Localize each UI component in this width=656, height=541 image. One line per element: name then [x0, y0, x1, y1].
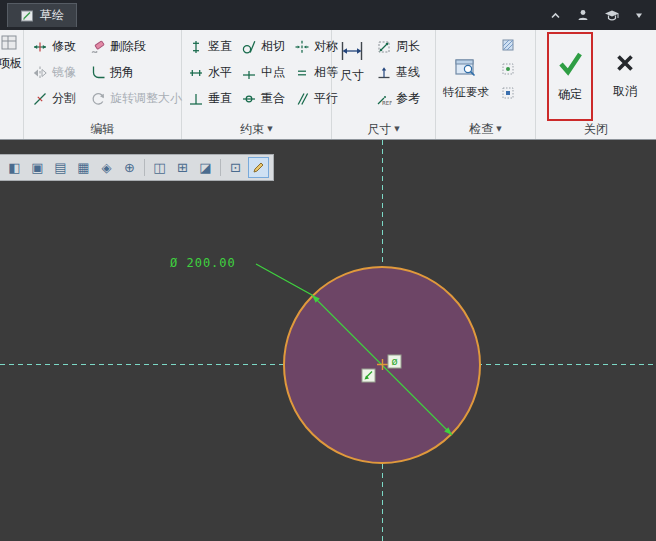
ok-label: 确定	[558, 86, 582, 103]
rotate-resize-label: 旋转调整大小	[110, 90, 182, 107]
toolbar-separator	[220, 159, 221, 176]
tangent-constraint-button[interactable]: 相切	[239, 37, 287, 56]
chevron-down-icon: ▼	[496, 126, 501, 133]
perpendicular-constraint-icon	[188, 91, 204, 107]
ribbon-group-close: 确定 取消 关闭	[536, 30, 656, 139]
horizontal-constraint-icon	[188, 65, 204, 81]
dimension-icon	[339, 38, 365, 64]
vertical-constraint-button[interactable]: 竖直	[186, 37, 234, 56]
ribbon-group-dimension: 尺寸 周长 基线 REF 参考	[332, 30, 436, 139]
annotation-display-icon[interactable]: ◈	[96, 157, 117, 178]
perpendicular-constraint-button[interactable]: 垂直	[186, 89, 234, 108]
group-label-clipped	[1, 119, 19, 139]
spin-center-icon[interactable]: ⊕	[119, 157, 140, 178]
saved-views-icon[interactable]: ▣	[27, 157, 48, 178]
corner-label: 拐角	[110, 64, 134, 81]
group-label-edit: 编辑	[28, 119, 177, 139]
ok-button[interactable]: 确定	[552, 37, 588, 113]
rotate-resize-icon	[90, 91, 106, 107]
rotate-resize-button[interactable]: 旋转调整大小	[88, 89, 184, 108]
graphics-toolbar: ◧ ▣ ▤ ▦ ◈ ⊕ ◫ ⊞ ◪ ⊡	[0, 154, 274, 181]
sketch-tab-icon	[20, 9, 34, 23]
parallel-constraint-icon	[294, 91, 310, 107]
feature-requirements-icon	[453, 55, 479, 81]
transparency-icon[interactable]: ◪	[195, 157, 216, 178]
x-icon	[613, 51, 637, 75]
perimeter-button[interactable]: 周长	[374, 37, 422, 56]
modify-label: 修改	[52, 38, 76, 55]
titlebar-icons	[549, 8, 644, 22]
divide-icon	[32, 91, 48, 107]
user-icon[interactable]	[576, 8, 590, 22]
ribbon: 项板 修改 删除段 镜像	[0, 30, 656, 140]
palette-label: 项板	[0, 55, 22, 72]
tab-sketch-label: 草绘	[40, 7, 64, 24]
delete-segment-label: 删除段	[110, 38, 146, 55]
ribbon-group-constraints: 竖直 相切 对称 水平 中点	[182, 30, 332, 139]
sketch-circle[interactable]	[283, 266, 481, 464]
eraser-icon	[90, 39, 106, 55]
highlight-open-ends-icon[interactable]	[500, 61, 516, 80]
vertical-constraint-icon	[188, 39, 204, 55]
mirror-button[interactable]: 镜像	[30, 63, 78, 82]
sketch-canvas[interactable]: ø Ø 200.00 ◧ ▣ ▤ ▦ ◈ ⊕ ◫ ⊞ ◪ ⊡	[0, 140, 656, 541]
more-dropdown-icon[interactable]	[634, 10, 644, 20]
datum-filter-icon[interactable]: ◧	[4, 157, 25, 178]
check-icon	[555, 48, 585, 78]
learning-cap-icon[interactable]	[604, 9, 620, 22]
shade-closed-loops-icon[interactable]	[500, 37, 516, 56]
cancel-label: 取消	[613, 83, 637, 100]
layers-icon[interactable]: ▤	[50, 157, 71, 178]
baseline-button[interactable]: 基线	[374, 63, 422, 82]
chevron-down-icon: ▼	[394, 126, 399, 133]
svg-text:REF: REF	[382, 100, 392, 106]
app-window: 草绘 项板	[0, 0, 656, 541]
minimize-ribbon-icon[interactable]	[549, 9, 562, 22]
palette-button-clipped[interactable]: 项板	[1, 34, 19, 119]
datum-display-icon[interactable]: ⊡	[225, 157, 246, 178]
view-images-icon[interactable]: ▦	[73, 157, 94, 178]
overlapping-geometry-icon[interactable]	[500, 85, 516, 104]
corner-button[interactable]: 拐角	[88, 63, 184, 82]
palette-icon	[1, 34, 19, 52]
equal-constraint-icon	[294, 65, 310, 81]
tangent-constraint-icon	[241, 39, 257, 55]
tab-bar: 草绘	[0, 0, 656, 30]
ribbon-group-edit: 修改 删除段 镜像 拐角 分割	[24, 30, 182, 139]
coincident-constraint-button[interactable]: 重合	[239, 89, 287, 108]
display-style-icon[interactable]: ◫	[149, 157, 170, 178]
midpoint-constraint-button[interactable]: 中点	[239, 63, 287, 82]
group-label-inspect[interactable]: 检查 ▼	[440, 119, 531, 139]
modify-icon	[32, 39, 48, 55]
modify-button[interactable]: 修改	[30, 37, 78, 56]
cancel-button[interactable]: 取消	[610, 37, 640, 113]
diameter-dimension-value[interactable]: Ø 200.00	[170, 256, 236, 270]
midpoint-constraint-icon	[241, 65, 257, 81]
mirror-label: 镜像	[52, 64, 76, 81]
ribbon-group-inspect: 特征要求 检查 ▼	[436, 30, 536, 139]
baseline-icon	[376, 65, 392, 81]
delete-segment-button[interactable]: 删除段	[88, 37, 184, 56]
group-label-close: 关闭	[540, 119, 652, 139]
sketch-display-icon[interactable]	[248, 157, 269, 178]
horizontal-constraint-button[interactable]: 水平	[186, 63, 234, 82]
ribbon-group-sketch-clipped: 项板	[0, 30, 24, 139]
chevron-down-icon: ▼	[267, 126, 272, 133]
perspective-icon[interactable]: ⊞	[172, 157, 193, 178]
divide-button[interactable]: 分割	[30, 89, 78, 108]
tab-sketch[interactable]: 草绘	[7, 3, 77, 27]
perimeter-icon	[376, 39, 392, 55]
feature-requirements-button[interactable]: 特征要求	[440, 36, 492, 119]
reference-dimension-button[interactable]: REF 参考	[374, 89, 422, 108]
coincident-constraint-icon	[241, 91, 257, 107]
dimension-button[interactable]: 尺寸	[336, 36, 368, 119]
group-label-dimension[interactable]: 尺寸 ▼	[336, 119, 431, 139]
corner-icon	[90, 65, 106, 81]
reference-dimension-icon: REF	[376, 91, 392, 107]
divide-label: 分割	[52, 90, 76, 107]
symmetric-constraint-icon	[294, 39, 310, 55]
mirror-icon	[32, 65, 48, 81]
group-label-constraints[interactable]: 约束 ▼	[186, 119, 327, 139]
toolbar-separator	[144, 159, 145, 176]
